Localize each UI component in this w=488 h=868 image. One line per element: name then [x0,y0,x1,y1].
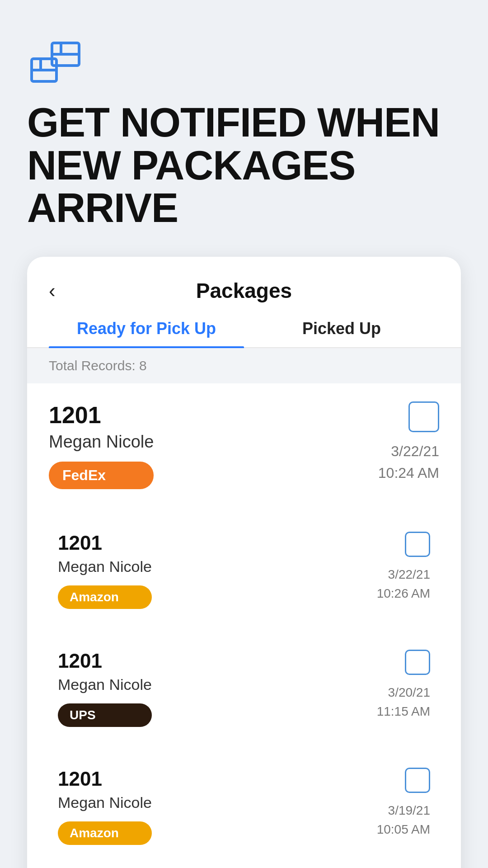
package-unit: 1201 [58,650,152,672]
package-meta: 3/22/21 10:26 AM [377,532,430,603]
package-checkbox[interactable] [405,650,430,675]
package-unit: 1201 [49,401,154,429]
package-resident: Megan Nicole [58,676,152,693]
package-checkbox[interactable] [405,532,430,557]
header-packages-icon [27,36,461,88]
package-item-featured[interactable]: 1201 Megan Nicole FedEx 3/22/21 10:24 AM [27,383,461,507]
package-resident: Megan Nicole [58,558,152,576]
package-meta: 3/22/21 10:24 AM [378,401,439,484]
app-card: ‹ Packages Ready for Pick Up Picked Up T… [27,257,461,868]
total-records: Total Records: 8 [27,348,461,383]
package-info: 1201 Megan Nicole FedEx [49,401,154,489]
tabs-container: Ready for Pick Up Picked Up [27,319,461,348]
package-meta: 3/20/21 11:15 AM [377,650,430,721]
package-resident: Megan Nicole [49,432,154,452]
tab-ready-for-pickup[interactable]: Ready for Pick Up [49,319,244,347]
package-datetime: 3/22/21 10:24 AM [378,440,439,484]
package-datetime: 3/19/21 10:05 AM [377,801,430,839]
package-meta: 3/19/21 10:05 AM [377,768,430,839]
packages-list: 1201 Megan Nicole FedEx 3/22/21 10:24 AM [27,383,461,868]
app-header: ‹ Packages [27,257,461,303]
package-unit: 1201 [58,532,152,554]
hero-title: GET NOTIFIED WHEN NEW PACKAGES ARRIVE [27,101,461,230]
table-row[interactable]: 1201 Megan Nicole UPS 3/20/21 11:15 AM [36,633,452,743]
package-checkbox[interactable] [408,401,439,432]
package-datetime: 3/22/21 10:26 AM [377,565,430,603]
package-checkbox[interactable] [405,768,430,793]
carrier-badge: UPS [58,703,152,727]
package-info: 1201 Megan Nicole Amazon [58,768,152,845]
tab-picked-up[interactable]: Picked Up [244,319,439,347]
carrier-badge: Amazon [58,585,152,609]
package-unit: 1201 [58,768,152,790]
packages-list-inner: 1201 Megan Nicole Amazon 3/22/21 10:26 A… [27,507,461,868]
carrier-badge: FedEx [49,462,154,489]
table-row[interactable]: 1201 Megan Nicole Amazon 3/19/21 10:05 A… [36,751,452,861]
package-info: 1201 Megan Nicole Amazon [58,532,152,609]
package-info: 1201 Megan Nicole UPS [58,650,152,727]
app-title: Packages [196,278,292,303]
back-button[interactable]: ‹ [49,281,56,301]
package-datetime: 3/20/21 11:15 AM [377,683,430,721]
package-resident: Megan Nicole [58,794,152,811]
carrier-badge: Amazon [58,821,152,845]
table-row[interactable]: 1201 Megan Nicole Amazon 3/22/21 10:26 A… [36,515,452,625]
